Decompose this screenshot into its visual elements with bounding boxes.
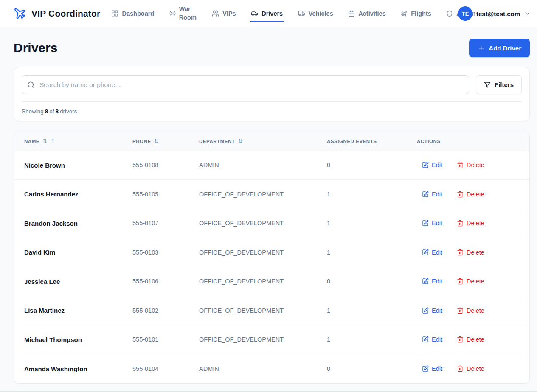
table-row: Nicole Brown 555-0108 ADMIN 0 Edit xyxy=(14,151,529,180)
sort-icon: ⇅ xyxy=(42,138,47,144)
driver-department: OFFICE_OF_DEVELOPMENT xyxy=(199,209,327,238)
edit-button[interactable]: Edit xyxy=(422,249,442,256)
total-count: 8 xyxy=(56,108,59,115)
driver-name: Carlos Hernandez xyxy=(14,180,132,209)
nav-item-flights[interactable]: Flights xyxy=(401,10,431,17)
filters-button[interactable]: Filters xyxy=(476,75,522,94)
driver-phone: 555-0102 xyxy=(132,296,199,325)
add-driver-label: Add Driver xyxy=(489,45,521,52)
edit-label: Edit xyxy=(432,249,442,256)
search-icon xyxy=(27,81,35,89)
nav-item-activities[interactable]: Activities xyxy=(348,10,385,17)
search-input[interactable] xyxy=(22,75,469,94)
driver-assigned-events: 1 xyxy=(327,296,417,325)
driver-name: Lisa Martinez xyxy=(14,296,132,325)
trash-icon xyxy=(457,307,464,314)
nav-item-vehicles[interactable]: Vehicles xyxy=(298,10,333,17)
column-header-name[interactable]: NAME ⇅ ↑ xyxy=(14,132,132,151)
delete-label: Delete xyxy=(467,220,484,227)
table-row: Amanda Washington 555-0104 ADMIN 0 Edit xyxy=(14,354,529,384)
driver-phone: 555-0106 xyxy=(132,267,199,296)
trash-icon xyxy=(457,278,464,285)
plane-logo-icon xyxy=(14,7,26,20)
trash-icon xyxy=(457,162,464,168)
edit-pencil-icon xyxy=(422,249,429,256)
delete-label: Delete xyxy=(467,336,484,343)
delete-button[interactable]: Delete xyxy=(457,278,484,285)
nav-label: Dashboard xyxy=(122,10,154,17)
delete-button[interactable]: Delete xyxy=(457,336,484,343)
edit-button[interactable]: Edit xyxy=(422,220,442,227)
edit-label: Edit xyxy=(432,278,442,285)
avatar[interactable]: TE xyxy=(458,6,472,21)
nav-label: Activities xyxy=(358,10,385,17)
table-row: Michael Thompson 555-0101 OFFICE_OF_DEVE… xyxy=(14,325,529,354)
nav-item-drivers[interactable]: Drivers xyxy=(251,10,283,17)
driver-name: Michael Thompson xyxy=(14,325,132,354)
table-row: David Kim 555-0103 OFFICE_OF_DEVELOPMENT… xyxy=(14,238,529,267)
trash-icon xyxy=(457,365,464,372)
edit-label: Edit xyxy=(432,365,442,372)
delete-button[interactable]: Delete xyxy=(457,191,484,198)
delete-button[interactable]: Delete xyxy=(457,365,484,372)
search-panel: Filters Showing8of8drivers xyxy=(14,67,530,121)
edit-label: Edit xyxy=(432,220,442,227)
delete-label: Delete xyxy=(467,249,484,256)
driver-assigned-events: 0 xyxy=(327,151,417,180)
column-label: PHONE xyxy=(132,139,151,144)
delete-label: Delete xyxy=(467,365,484,372)
results-count: Showing8of8drivers xyxy=(22,102,522,115)
brand[interactable]: VIP Coordinator xyxy=(14,7,100,20)
users-icon xyxy=(212,10,219,17)
sort-icon: ⇅ xyxy=(154,138,159,144)
nav-item-war-room[interactable]: War Room xyxy=(169,5,197,22)
driver-assigned-events: 1 xyxy=(327,180,417,209)
user-menu[interactable]: TE test@test.com xyxy=(458,0,531,27)
column-header-assigned-events: ASSIGNED EVENTS xyxy=(327,132,417,151)
nav-label: Flights xyxy=(411,10,431,17)
edit-button[interactable]: Edit xyxy=(422,191,442,198)
nav-label: VIPs xyxy=(222,10,236,17)
add-driver-button[interactable]: Add Driver xyxy=(469,39,530,57)
delete-button[interactable]: Delete xyxy=(457,220,484,227)
driver-phone: 555-0107 xyxy=(132,209,199,238)
delete-button[interactable]: Delete xyxy=(457,307,484,314)
nav-item-vips[interactable]: VIPs xyxy=(212,10,236,17)
nav-label: War Room xyxy=(179,5,197,22)
drivers-table: NAME ⇅ ↑ PHONE ⇅ DEPARTMENT xyxy=(14,132,529,383)
drivers-table-card: NAME ⇅ ↑ PHONE ⇅ DEPARTMENT xyxy=(14,132,530,384)
filter-funnel-icon xyxy=(484,81,491,88)
edit-label: Edit xyxy=(432,307,442,314)
column-header-phone[interactable]: PHONE ⇅ xyxy=(132,132,199,151)
delete-button[interactable]: Delete xyxy=(457,162,484,168)
edit-button[interactable]: Edit xyxy=(422,336,442,343)
edit-button[interactable]: Edit xyxy=(422,307,442,314)
edit-button[interactable]: Edit xyxy=(422,162,442,168)
truck-icon xyxy=(298,10,305,17)
driver-name: Brandon Jackson xyxy=(14,209,132,238)
plus-icon xyxy=(478,45,485,52)
delete-button[interactable]: Delete xyxy=(457,249,484,256)
column-label: ACTIONS xyxy=(417,139,441,144)
shown-count: 8 xyxy=(45,108,48,115)
driver-department: OFFICE_OF_DEVELOPMENT xyxy=(199,238,327,267)
shield-icon xyxy=(446,10,453,17)
plane-icon xyxy=(401,10,408,17)
of-word: of xyxy=(49,108,54,115)
table-header-row: NAME ⇅ ↑ PHONE ⇅ DEPARTMENT xyxy=(14,132,529,151)
edit-pencil-icon xyxy=(422,278,429,285)
search-box xyxy=(22,75,469,94)
nav-item-dashboard[interactable]: Dashboard xyxy=(111,10,154,17)
table-row: Lisa Martinez 555-0102 OFFICE_OF_DEVELOP… xyxy=(14,296,529,325)
driver-name: Jessica Lee xyxy=(14,267,132,296)
chevron-down-icon[interactable] xyxy=(524,10,531,17)
driver-assigned-events: 0 xyxy=(327,354,417,384)
edit-button[interactable]: Edit xyxy=(422,365,442,372)
driver-assigned-events: 0 xyxy=(327,267,417,296)
showing-prefix: Showing xyxy=(22,108,44,115)
column-header-department[interactable]: DEPARTMENT ⇅ xyxy=(199,132,327,151)
column-label: NAME xyxy=(24,139,39,144)
driver-phone: 555-0104 xyxy=(132,354,199,384)
page-title: Drivers xyxy=(14,41,57,55)
edit-button[interactable]: Edit xyxy=(422,278,442,285)
